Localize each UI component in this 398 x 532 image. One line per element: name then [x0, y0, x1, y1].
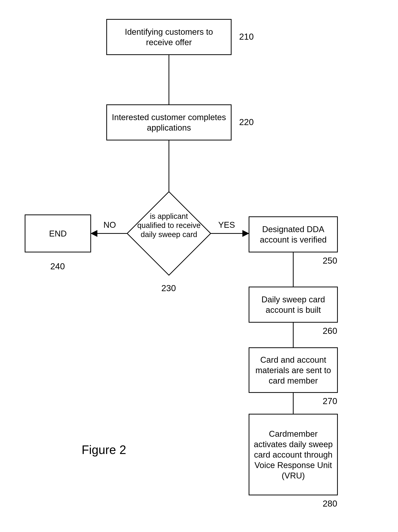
- ref-280: 280: [323, 498, 337, 509]
- ref-220: 220: [239, 117, 254, 128]
- decision-text: is applicant qualified to receive daily …: [137, 212, 201, 239]
- decision-qualified: is applicant qualified to receive daily …: [137, 212, 201, 239]
- process-verify-dda: Designated DDA account is verified: [249, 216, 338, 253]
- ref-210: 210: [239, 31, 254, 42]
- process-text: Interested customer completesapplication…: [112, 112, 226, 133]
- process-text: Daily sweep card account is built: [253, 294, 334, 315]
- process-activate-vru: Cardmember activates daily sweep card ac…: [249, 414, 338, 495]
- figure-caption: Figure 2: [82, 442, 126, 457]
- ref-240: 240: [50, 261, 65, 272]
- flowchart-canvas: Identifying customers toreceive offer 21…: [0, 0, 398, 532]
- edge-label-no: NO: [103, 220, 116, 230]
- process-build-account: Daily sweep card account is built: [249, 287, 338, 323]
- ref-250: 250: [323, 255, 337, 266]
- process-identify-customers: Identifying customers toreceive offer: [106, 19, 232, 55]
- edge-label-yes: YES: [218, 220, 235, 230]
- ref-230: 230: [161, 283, 176, 294]
- ref-260: 260: [323, 325, 337, 336]
- process-customer-applies: Interested customer completesapplication…: [106, 104, 232, 140]
- process-text: Cardmember activates daily sweep card ac…: [253, 429, 334, 481]
- terminator-text: END: [49, 228, 67, 239]
- process-text: Identifying customers toreceive offer: [125, 26, 213, 47]
- process-send-materials: Card and account materials are sent to c…: [249, 347, 338, 393]
- terminator-end: END: [25, 215, 91, 253]
- ref-270: 270: [323, 396, 337, 407]
- process-text: Card and account materials are sent to c…: [253, 355, 334, 386]
- process-text: Designated DDA account is verified: [253, 224, 334, 245]
